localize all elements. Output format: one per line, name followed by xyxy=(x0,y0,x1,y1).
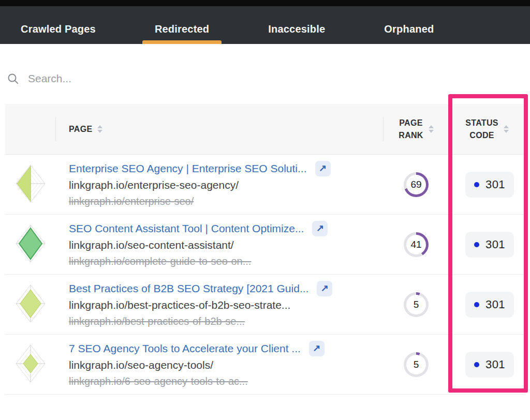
redirected-from-url: linkgraph.io/complete-guide-to-seo-on... xyxy=(69,253,251,269)
external-link-icon[interactable]: ↗ xyxy=(309,341,325,356)
sort-asc-icon xyxy=(97,125,102,128)
top-black-strip xyxy=(0,0,530,6)
page-url: linkgraph.io/seo-agency-tools/ xyxy=(69,357,213,373)
status-dot-icon xyxy=(474,302,479,307)
tab-crawled-pages[interactable]: Crawled Pages xyxy=(8,6,108,44)
diamond-small-lime-icon xyxy=(14,343,47,386)
page-rank-value: 41 xyxy=(410,239,421,250)
external-link-icon[interactable]: ↗ xyxy=(312,221,328,236)
status-code-badge: 301 xyxy=(465,232,514,258)
redirected-from-url: linkgraph.io/enterprise-seo/ xyxy=(69,193,194,209)
page-column-header: PAGE xyxy=(55,104,383,154)
status-code-value: 301 xyxy=(485,238,505,251)
sort-page-control[interactable] xyxy=(97,125,102,133)
external-link-icon[interactable]: ↗ xyxy=(317,281,332,296)
status-code-value: 301 xyxy=(485,298,505,311)
page-rank-ring: 5 xyxy=(404,292,429,317)
table-header: PAGE PAGE RANK STATUS CODE xyxy=(5,104,525,155)
tab-bar: Crawled Pages Redirected Inaccesible Orp… xyxy=(0,6,530,44)
status-code-value: 301 xyxy=(485,178,505,191)
diamond-full-green-icon xyxy=(14,223,47,266)
page-rank-value: 69 xyxy=(410,179,421,190)
page-rank-column-header: PAGE RANK xyxy=(383,104,449,154)
redirected-pages-table: PAGE PAGE RANK STATUS CODE Enterprise SE… xyxy=(5,104,525,395)
status-code-column-header: STATUS CODE xyxy=(449,104,525,154)
active-tab-underline xyxy=(142,40,222,44)
page-rank-header-label: PAGE RANK xyxy=(399,117,423,142)
page-rank-value: 5 xyxy=(414,299,419,310)
status-code-header-label: STATUS CODE xyxy=(465,117,498,142)
page-rank-ring: 69 xyxy=(404,172,429,197)
status-code-value: 301 xyxy=(485,358,505,371)
diamond-large-lime-icon xyxy=(14,283,47,326)
diamond-half-left-lime-icon xyxy=(14,163,47,206)
status-code-badge: 301 xyxy=(465,292,514,318)
table-row: 7 SEO Agency Tools to Accelerate your Cl… xyxy=(5,335,525,395)
page-title-link[interactable]: Best Practices of B2B SEO Strategy [2021… xyxy=(69,280,308,297)
sort-asc-icon xyxy=(429,125,434,128)
page-rank-value: 5 xyxy=(414,359,419,370)
table-row: Enterprise SEO Agency | Enterprise SEO S… xyxy=(5,155,525,215)
page-header-label: PAGE xyxy=(69,125,92,134)
table-row: SEO Content Assistant Tool | Content Opt… xyxy=(5,215,525,275)
tab-label: Crawled Pages xyxy=(21,23,96,35)
tab-label: Orphaned xyxy=(384,23,434,35)
status-code-badge: 301 xyxy=(465,172,514,198)
status-code-badge: 301 xyxy=(465,352,514,378)
icon-column-header xyxy=(5,104,55,154)
page-url: linkgraph.io/enterprise-seo-agency/ xyxy=(69,177,239,193)
table-body: Enterprise SEO Agency | Enterprise SEO S… xyxy=(5,155,525,395)
search-icon xyxy=(7,73,19,84)
sort-desc-icon xyxy=(97,130,102,133)
sort-page-rank-control[interactable] xyxy=(429,125,434,133)
page-title-link[interactable]: SEO Content Assistant Tool | Content Opt… xyxy=(69,220,304,237)
redirected-from-url: linkgraph.io/6-seo-agency-tools-to-ac... xyxy=(69,373,248,389)
status-dot-icon xyxy=(474,242,479,247)
tab-label: Inaccesible xyxy=(268,23,325,35)
search-input[interactable] xyxy=(27,72,236,85)
sort-desc-icon xyxy=(504,130,509,133)
page-rank-ring: 5 xyxy=(404,352,429,377)
external-link-icon[interactable]: ↗ xyxy=(315,161,331,176)
status-dot-icon xyxy=(474,182,479,187)
tab-label: Redirected xyxy=(155,23,209,35)
search-bar xyxy=(7,72,530,85)
table-row: Best Practices of B2B SEO Strategy [2021… xyxy=(5,275,525,335)
page-url: linkgraph.io/best-practices-of-b2b-seo-s… xyxy=(69,297,290,313)
sort-status-code-control[interactable] xyxy=(504,125,509,133)
page-title-link[interactable]: 7 SEO Agency Tools to Accelerate your Cl… xyxy=(69,340,301,357)
sort-desc-icon xyxy=(429,130,434,133)
sort-asc-icon xyxy=(504,125,509,128)
tab-inaccesible[interactable]: Inaccesible xyxy=(256,6,337,44)
page-url: linkgraph.io/seo-content-assistant/ xyxy=(69,237,234,253)
page-rank-ring: 41 xyxy=(404,232,429,257)
status-dot-icon xyxy=(474,362,479,367)
tab-redirected[interactable]: Redirected xyxy=(142,6,222,44)
redirected-from-url: linkgraph.io/best-practices-of-b2b-se... xyxy=(69,313,245,329)
page-title-link[interactable]: Enterprise SEO Agency | Enterprise SEO S… xyxy=(69,160,307,177)
tab-orphaned[interactable]: Orphaned xyxy=(372,6,446,44)
